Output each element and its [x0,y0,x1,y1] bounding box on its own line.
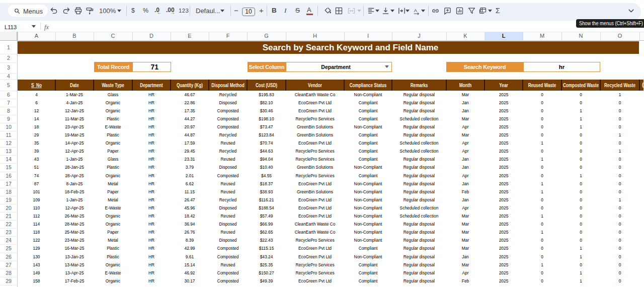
svg-text:A: A [414,8,418,13]
